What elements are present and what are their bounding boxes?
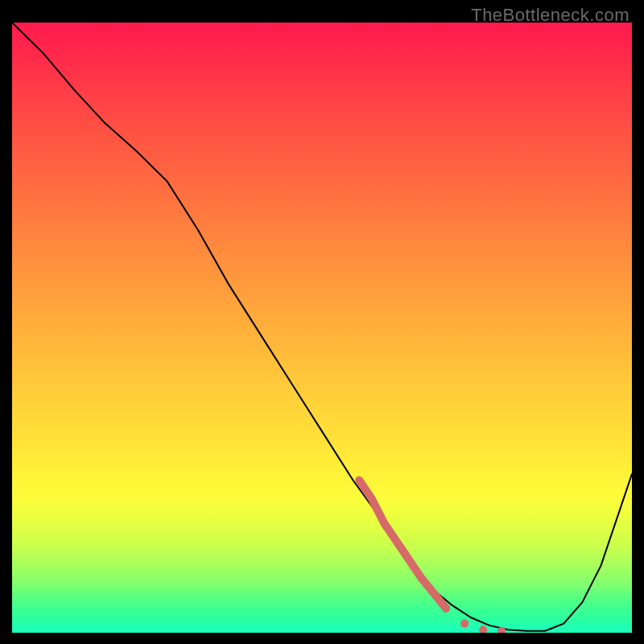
highlight-dot: [479, 625, 487, 633]
chart-plot-area: [12, 23, 632, 633]
highlight-segment-line: [359, 481, 446, 609]
chart-svg: [12, 23, 632, 633]
bottleneck-curve-line: [12, 23, 632, 631]
watermark-text: TheBottleneck.com: [471, 5, 630, 26]
highlight-dot: [442, 605, 450, 613]
highlight-dot: [460, 620, 469, 628]
